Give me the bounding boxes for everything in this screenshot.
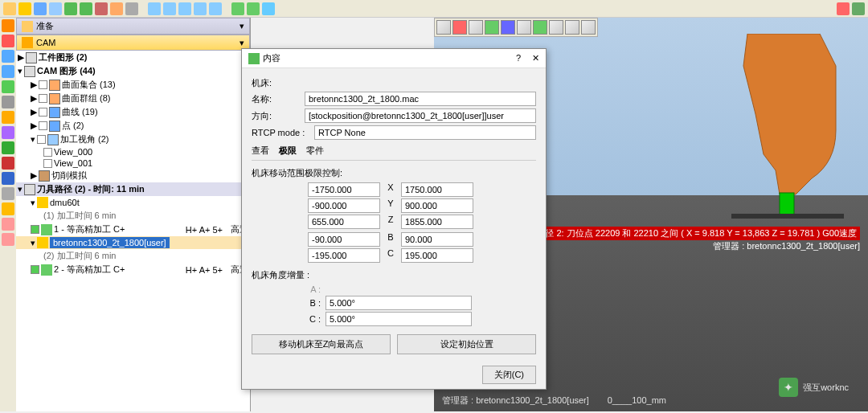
view-opt2-icon[interactable] [581,20,596,35]
tree-view0[interactable]: View_000 [16,146,250,157]
tree-viewangle[interactable]: ▾加工视角 (2) [16,133,250,146]
view-iso-icon[interactable] [469,20,483,35]
sheet-icon[interactable] [247,2,260,15]
checkbox[interactable] [39,108,47,117]
tool-6-icon[interactable] [2,96,14,108]
view-shade-icon[interactable] [517,20,531,35]
checkbox[interactable] [43,159,52,168]
tree-camgeom[interactable]: ▾CAM 图形 (44) [16,64,250,78]
checkbox[interactable] [39,80,47,89]
open-icon[interactable] [18,2,31,15]
tool-3-icon[interactable] [2,50,14,63]
tool-5-icon[interactable] [2,80,14,93]
cam-header[interactable]: CAM▾ [16,35,250,51]
undo-icon[interactable] [64,2,77,15]
set-init-button[interactable]: 设定初始位置 [397,334,536,354]
redo-icon[interactable] [80,2,92,15]
calc-icon[interactable] [231,2,244,15]
tool-7-icon[interactable] [2,111,14,124]
angle-b-input[interactable] [326,296,472,310]
tree-op2[interactable]: 2 - 等高精加工 C+H+ A+ 5+高速 [16,263,250,276]
tool-4-icon[interactable] [2,65,14,78]
rtcp-input[interactable] [314,125,536,140]
op-icon [41,224,52,235]
cut-icon[interactable] [95,2,108,15]
tool-13-icon[interactable] [2,202,14,215]
tree-op1[interactable]: 1 - 等高精加工 C+H+ A+ 5+高速 [16,223,250,236]
tab-limit[interactable]: 极限 [279,145,297,157]
left-panel: 准备▾ CAM▾ ▶工件图形 (2) ▾CAM 图形 (44) ▶曲面集合 (1… [16,18,251,411]
x-max-input[interactable] [401,182,473,197]
checkbox[interactable] [39,121,47,130]
z-min-input[interactable] [308,215,380,229]
view-cube-icon[interactable] [436,20,451,35]
iso-icon[interactable] [209,2,222,15]
paste-icon[interactable] [125,2,138,15]
move-z-button[interactable]: 移动机床至Z向最高点 [252,334,391,354]
zoom-icon[interactable] [148,2,161,15]
play-icon[interactable] [852,2,865,15]
dialog-titlebar[interactable]: 内容 ?✕ [242,49,546,68]
pan-icon[interactable] [163,2,176,15]
c-min-input[interactable] [308,248,380,263]
z-max-input[interactable] [401,215,473,229]
b-min-input[interactable] [308,232,380,247]
svg-rect-0 [780,193,794,217]
view-green-icon[interactable] [485,20,499,35]
close-button[interactable]: 关闭(C) [482,366,536,384]
tree-machine[interactable]: ▾bretonnc1300_2t_1800[user] [16,236,250,249]
rotate-icon[interactable] [178,2,191,15]
machine-icon [37,197,48,208]
checkbox[interactable] [31,225,39,234]
tool-1-icon[interactable] [2,19,14,32]
tree-dmu[interactable]: ▾dmu60t [16,196,250,209]
tree-surfgroup[interactable]: ▶曲面群组 (8) [16,92,250,105]
prepare-header[interactable]: 准备▾ [16,18,250,35]
tool-14-icon[interactable] [2,218,14,231]
save-icon[interactable] [34,2,47,15]
b-max-input[interactable] [401,232,473,247]
tool-9-icon[interactable] [2,141,14,154]
tree-view1[interactable]: View_001 [16,157,250,169]
c-max-input[interactable] [401,248,473,263]
tree-surfset[interactable]: ▶曲面集合 (13) [16,78,250,92]
y-max-input[interactable] [401,198,473,213]
tree-label: 2 - 等高精加工 C+ [54,264,125,276]
name-input[interactable] [305,92,536,106]
direction-input[interactable] [305,108,536,123]
tree-machine-sub: (2) 加工时间 6 min [16,249,250,263]
stop-icon[interactable] [837,2,850,15]
view-red-icon[interactable] [452,20,467,35]
checkbox[interactable] [37,135,46,144]
tree-cutsim[interactable]: ▶切削模拟 [16,169,250,182]
tool-8-icon[interactable] [2,126,14,139]
close-icon[interactable]: ✕ [532,53,539,63]
view-opt-icon[interactable] [565,20,579,35]
tree-toolpath[interactable]: ▾刀具路径 (2) - 时间: 11 min [16,182,250,196]
info-icon[interactable] [262,2,275,15]
tool-2-icon[interactable] [2,35,14,47]
y-min-input[interactable] [308,198,380,213]
tool-10-icon[interactable] [2,157,14,170]
tab-part[interactable]: 零件 [306,145,324,157]
copy-icon[interactable] [110,2,123,15]
x-min-input[interactable] [308,182,380,197]
tool-11-icon[interactable] [2,172,14,185]
help-icon[interactable]: ? [516,53,521,63]
checkbox[interactable] [39,94,47,103]
tree-curves[interactable]: ▶曲线 (19) [16,105,250,119]
checkbox[interactable] [31,265,39,274]
view-mesh-icon[interactable] [549,20,563,35]
view-wire-icon[interactable] [533,20,547,35]
new-icon[interactable] [3,2,16,15]
fit-icon[interactable] [194,2,207,15]
checkbox[interactable] [43,148,52,157]
tool-15-icon[interactable] [2,233,14,246]
tab-view[interactable]: 查看 [252,145,269,157]
tool-12-icon[interactable] [2,187,14,200]
refresh-icon[interactable] [49,2,62,15]
tree-workpiece[interactable]: ▶工件图形 (2) [16,51,250,64]
angle-c-input[interactable] [326,312,472,326]
tree-points[interactable]: ▶点 (2) [16,119,250,133]
view-blue-icon[interactable] [501,20,515,35]
